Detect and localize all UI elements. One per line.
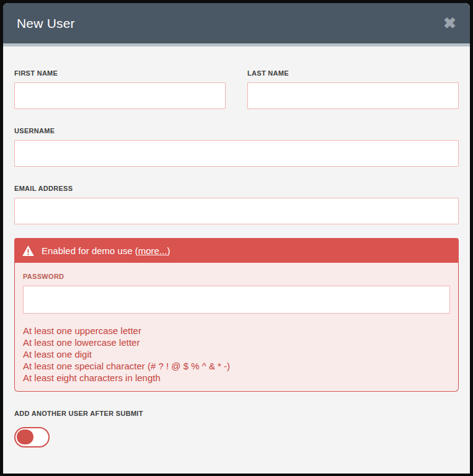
password-input[interactable] (23, 286, 450, 314)
first-name-field: FIRST NAME (14, 69, 226, 109)
password-label: PASSWORD (23, 273, 450, 280)
banner-paren-close: ) (167, 245, 170, 256)
email-field: EMAIL ADDRESS (14, 185, 459, 224)
last-name-label: LAST NAME (247, 69, 459, 77)
add-another-toggle[interactable] (14, 427, 50, 447)
password-requirement: At least one digit (23, 348, 450, 360)
demo-section: Enabled for demo use (more...) PASSWORD … (14, 238, 459, 392)
modal-backdrop: New User ✖ FIRST NAME LAST NAME USERNAME… (0, 0, 473, 476)
last-name-field: LAST NAME (247, 69, 459, 109)
password-panel: PASSWORD At least one uppercase letterAt… (14, 263, 459, 392)
banner-text: Enabled for demo use (42, 245, 133, 256)
password-requirement: At least eight characters in length (23, 372, 450, 384)
close-icon[interactable]: ✖ (443, 15, 456, 31)
add-another-label: ADD ANOTHER USER AFTER SUBMIT (14, 410, 459, 417)
username-label: USERNAME (14, 127, 459, 134)
add-another-section: ADD ANOTHER USER AFTER SUBMIT (14, 410, 459, 447)
email-label: EMAIL ADDRESS (14, 185, 459, 192)
name-row: FIRST NAME LAST NAME (14, 69, 459, 127)
new-user-modal: New User ✖ FIRST NAME LAST NAME USERNAME… (3, 3, 470, 474)
demo-banner: Enabled for demo use (more...) (14, 238, 459, 263)
warning-icon (22, 245, 34, 256)
modal-title: New User (17, 16, 75, 31)
modal-body: FIRST NAME LAST NAME USERNAME EMAIL ADDR… (3, 46, 470, 474)
last-name-input[interactable] (247, 82, 459, 109)
username-input[interactable] (14, 140, 459, 167)
first-name-label: FIRST NAME (14, 69, 226, 77)
password-requirement: At least one special character (# ? ! @ … (23, 360, 450, 372)
username-field: USERNAME (14, 127, 459, 167)
first-name-input[interactable] (14, 82, 226, 109)
password-requirement: At least one lowercase letter (23, 337, 450, 348)
modal-header: New User ✖ (3, 3, 470, 46)
more-link[interactable]: more... (138, 245, 167, 256)
password-requirement: At least one uppercase letter (23, 325, 450, 337)
email-input[interactable] (14, 198, 459, 224)
toggle-knob (17, 430, 33, 444)
password-requirements: At least one uppercase letterAt least on… (23, 325, 450, 384)
